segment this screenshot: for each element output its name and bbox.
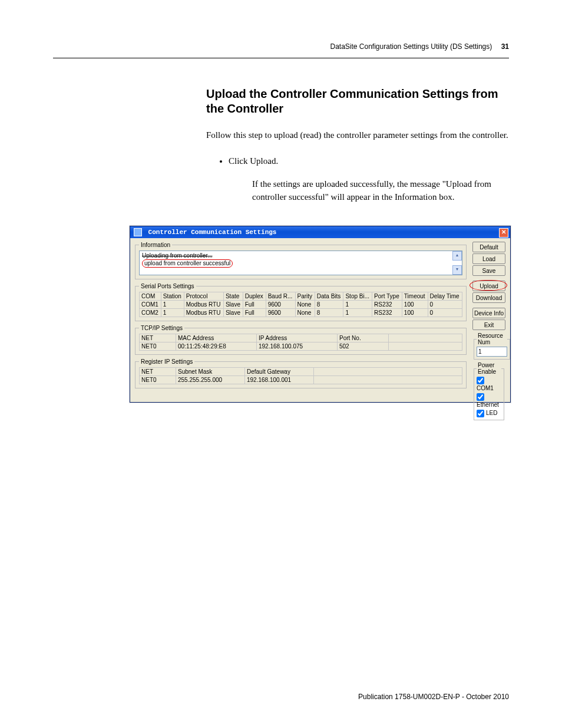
controller-comm-settings-dialog: Controller Communication Settings ✕ Info… [130,226,511,403]
header-rule [53,58,509,58]
bullet-click-upload: Click Upload. [229,154,509,168]
scroll-down-icon[interactable]: ▾ [452,265,462,275]
side-button-column: Default Load Save Upload Download Device… [472,242,505,420]
table-row[interactable]: COM2 1 Modbus RTU Slave Full 9600 None 8… [140,309,462,317]
col-baud[interactable]: Baud R... [266,292,295,301]
power-legend: Power Enable [477,362,501,375]
register-ip-group: Register IP Settings NET Subnet Mask Def… [135,358,467,388]
col-station[interactable]: Station [161,292,184,301]
page-footer: Publication 1758-UM002D-EN-P - October 2… [358,693,509,701]
intro-paragraph: Follow this step to upload (read) the co… [206,129,509,141]
header-title: DataSite Configuration Settings Utility … [330,42,492,51]
result-paragraph: If the settings are uploaded successfull… [252,177,509,204]
serial-ports-table[interactable]: COM Station Protocol State Duplex Baud R… [139,292,462,317]
upload-button[interactable]: Upload [472,281,505,291]
col-net2[interactable]: NET [140,368,176,376]
section-title: Upload the Controller Communication Sett… [206,87,509,116]
device-info-button[interactable]: Device Info [472,308,505,318]
col-net[interactable]: NET [140,334,176,342]
resource-num-input[interactable] [477,347,507,357]
col-ip[interactable]: IP Address [257,334,338,342]
information-textbox[interactable]: Uploading from controller... upload from… [139,251,462,275]
load-button[interactable]: Load [472,253,505,264]
table-row[interactable]: COM1 1 Modbus RTU Slave Full 9600 None 8… [140,301,462,309]
col-state[interactable]: State [223,292,243,301]
col-parity[interactable]: Parity [295,292,315,301]
dialog-titlebar[interactable]: Controller Communication Settings ✕ [130,226,510,238]
col-protocol[interactable]: Protocol [184,292,223,301]
information-legend: Information [139,242,172,248]
col-gateway[interactable]: Default Gateway [245,368,314,376]
register-ip-table[interactable]: NET Subnet Mask Default Gateway NET0 255… [139,367,462,384]
tcpip-group: TCP/IP Settings NET MAC Address IP Addre… [135,325,467,355]
dialog-title: Controller Communication Settings [148,229,277,236]
page-header: DataSite Configuration Settings Utility … [0,0,562,55]
info-line-uploading: Uploading from controller... [142,252,459,259]
col-mac[interactable]: MAC Address [176,334,257,342]
col-delay[interactable]: Delay Time [428,292,462,301]
table-row[interactable]: NET0 255.255.255.000 192.168.100.001 [140,376,462,384]
save-button[interactable]: Save [472,265,505,276]
serial-ports-group: Serial Ports Settings COM Station Protoc… [135,283,467,321]
resource-num-group: Resource Num [474,332,510,360]
power-ethernet-checkbox[interactable]: Ethernet [477,393,501,409]
power-enable-group: Power Enable COM1 Ethernet LED [474,362,504,420]
download-button[interactable]: Download [472,292,505,303]
exit-button[interactable]: Exit [472,319,505,330]
col-porttype[interactable]: Port Type [372,292,402,301]
table-row[interactable]: NET0 00:11:25:48:29:E8 192.168.100.075 5… [140,342,462,351]
info-line-success: upload from controller successful [142,259,233,268]
information-group: Information Uploading from controller...… [135,242,467,279]
scroll-up-icon[interactable]: ▴ [452,251,462,261]
col-databits[interactable]: Data Bits [315,292,343,301]
default-button[interactable]: Default [472,242,505,252]
header-page: 31 [501,42,509,51]
serial-legend: Serial Ports Settings [139,283,196,289]
col-subnet[interactable]: Subnet Mask [176,368,245,376]
close-icon[interactable]: ✕ [499,228,508,238]
power-led-checkbox[interactable]: LED [477,409,501,417]
app-icon [134,228,142,236]
resource-legend: Resource Num [477,332,507,345]
col-stopbits[interactable]: Stop Bi... [343,292,372,301]
power-com1-checkbox[interactable]: COM1 [477,376,501,393]
tcpip-table[interactable]: NET MAC Address IP Address Port No. NET0… [139,334,462,351]
col-timeout[interactable]: Timeout [402,292,428,301]
regip-legend: Register IP Settings [139,358,194,365]
col-com[interactable]: COM [140,292,161,301]
col-port[interactable]: Port No. [338,334,389,342]
col-duplex[interactable]: Duplex [243,292,266,301]
tcpip-legend: TCP/IP Settings [139,325,184,331]
